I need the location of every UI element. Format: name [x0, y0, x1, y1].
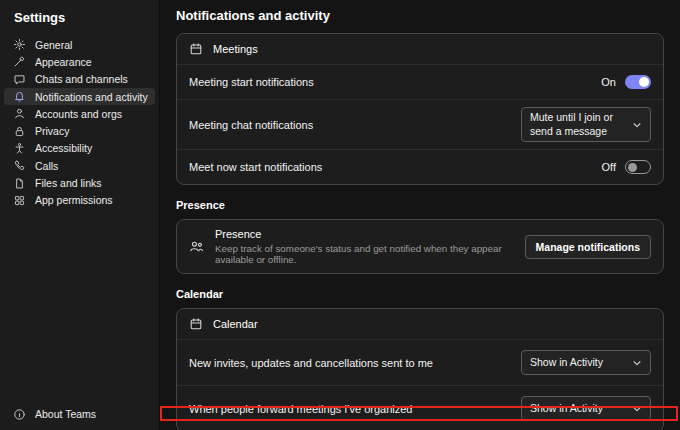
people-icon — [189, 239, 204, 254]
setting-row-forwarded-meetings: When people forward meetings I've organi… — [177, 386, 663, 430]
setting-label: Meeting start notifications — [189, 76, 324, 88]
setting-row-meeting-start-notifications: Meeting start notifications On — [177, 65, 663, 100]
setting-row-meeting-chat-notifications: Meeting chat notifications Mute until I … — [177, 100, 663, 150]
manage-notifications-button[interactable]: Manage notifications — [525, 235, 651, 259]
person-icon — [13, 107, 26, 120]
meeting-start-notifications-toggle[interactable] — [625, 75, 651, 89]
settings-nav: General Appearance Chats and channels No… — [0, 34, 159, 209]
presence-section-heading: Presence — [176, 199, 664, 211]
presence-title: Presence — [215, 228, 514, 240]
sidebar-item-label: Accounts and orgs — [35, 108, 122, 120]
presence-card: Presence Keep track of someone's status … — [176, 219, 664, 274]
page-title: Notifications and activity — [176, 8, 664, 24]
meeting-chat-notifications-dropdown[interactable]: Mute until I join or send a message — [521, 107, 651, 142]
calendar-card-title: Calendar — [213, 318, 258, 330]
toggle-knob — [639, 77, 649, 87]
sidebar-item-label: Calls — [35, 160, 58, 172]
meetings-card-title: Meetings — [213, 43, 258, 55]
meetings-calendar-icon — [189, 42, 203, 56]
sidebar-item-appearance[interactable]: Appearance — [4, 53, 155, 70]
new-invites-dropdown[interactable]: Show in Activity — [521, 350, 651, 375]
presence-text: Presence Keep track of someone's status … — [215, 228, 514, 265]
calendar-icon — [189, 317, 203, 331]
appearance-icon — [13, 55, 26, 68]
presence-description: Keep track of someone's status and get n… — [215, 243, 514, 265]
lock-icon — [13, 125, 26, 138]
toggle-state-label: On — [601, 76, 616, 88]
sidebar-item-label: Notifications and activity — [35, 91, 148, 103]
sidebar-item-label: App permissions — [35, 194, 113, 206]
settings-content: Notifications and activity Meetings Meet… — [160, 0, 680, 430]
setting-label: When people forward meetings I've organi… — [189, 403, 422, 415]
dropdown-selected-value: Show in Activity — [530, 402, 603, 416]
settings-title: Settings — [0, 0, 159, 34]
sidebar-item-accessibility[interactable]: Accessibility — [4, 140, 155, 157]
sidebar-item-calls[interactable]: Calls — [4, 157, 155, 174]
sidebar-item-label: Chats and channels — [35, 73, 128, 85]
bell-icon — [13, 90, 26, 103]
sidebar-item-app-permissions[interactable]: App permissions — [4, 192, 155, 209]
dropdown-selected-value: Mute until I join or send a message — [530, 111, 626, 138]
sidebar-item-accounts-and-orgs[interactable]: Accounts and orgs — [4, 105, 155, 122]
sidebar-item-notifications-and-activity[interactable]: Notifications and activity — [4, 88, 155, 105]
meetings-card-header: Meetings — [177, 34, 663, 65]
gear-icon — [13, 38, 26, 51]
settings-sidebar: Settings General Appearance Chats and ch… — [0, 0, 160, 430]
sidebar-item-chats-and-channels[interactable]: Chats and channels — [4, 71, 155, 88]
sidebar-item-general[interactable]: General — [4, 36, 155, 53]
meet-now-start-notifications-toggle[interactable] — [625, 160, 651, 174]
file-icon — [13, 177, 26, 190]
sidebar-item-files-and-links[interactable]: Files and links — [4, 174, 155, 191]
accessibility-icon — [13, 142, 26, 155]
chevron-down-icon — [632, 358, 642, 368]
chevron-down-icon — [632, 404, 642, 414]
setting-label: Meeting chat notifications — [189, 119, 323, 131]
sidebar-item-label: Accessibility — [35, 142, 92, 154]
calendar-section-heading: Calendar — [176, 288, 664, 300]
apps-grid-icon — [13, 194, 26, 207]
presence-row: Presence Keep track of someone's status … — [177, 220, 663, 273]
sidebar-item-label: General — [35, 39, 72, 51]
calendar-card: Calendar New invites, updates and cancel… — [176, 308, 664, 430]
toggle-state-label: Off — [602, 161, 616, 173]
sidebar-item-about-teams[interactable]: About Teams — [4, 406, 155, 423]
calendar-card-header: Calendar — [177, 309, 663, 340]
phone-icon — [13, 159, 26, 172]
info-icon — [13, 408, 26, 421]
chevron-down-icon — [632, 120, 642, 130]
forwarded-meetings-dropdown[interactable]: Show in Activity — [521, 396, 651, 421]
sidebar-item-label: Appearance — [35, 56, 92, 68]
sidebar-item-label: Files and links — [35, 177, 102, 189]
toggle-knob — [628, 163, 637, 172]
dropdown-selected-value: Show in Activity — [530, 356, 603, 370]
setting-row-meet-now-start-notifications: Meet now start notifications Off — [177, 150, 663, 184]
meetings-card: Meetings Meeting start notifications On … — [176, 33, 664, 185]
sidebar-item-label: Privacy — [35, 125, 69, 137]
setting-label: Meet now start notifications — [189, 161, 332, 173]
chat-icon — [13, 73, 26, 86]
sidebar-item-privacy[interactable]: Privacy — [4, 122, 155, 139]
setting-label: New invites, updates and cancellations s… — [189, 357, 443, 369]
sidebar-item-label: About Teams — [35, 408, 96, 420]
teams-settings-window: Settings General Appearance Chats and ch… — [0, 0, 680, 430]
setting-row-new-invites: New invites, updates and cancellations s… — [177, 340, 663, 386]
